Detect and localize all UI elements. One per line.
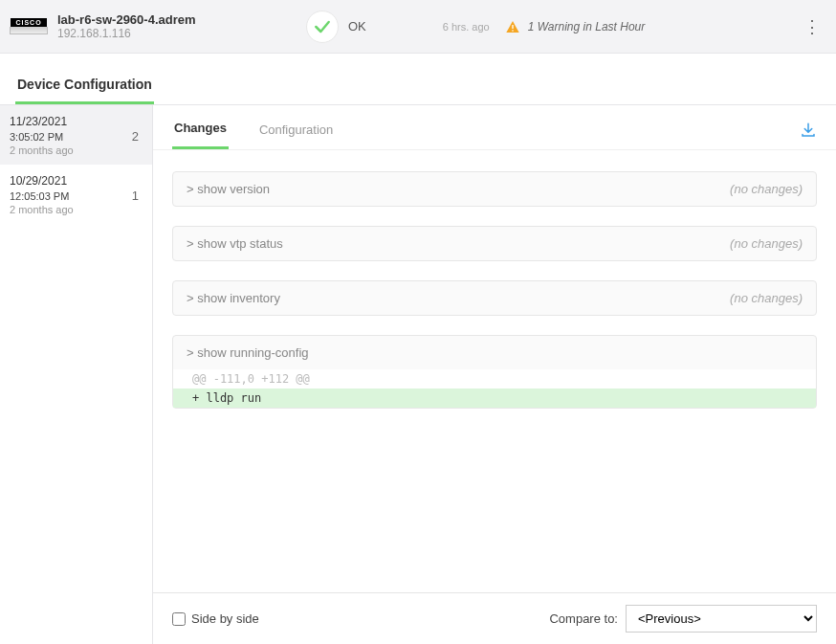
svg-rect-1 — [512, 30, 513, 31]
section-tabs: Device Configuration — [0, 54, 836, 105]
command-block[interactable]: > show inventory(no changes) — [172, 280, 817, 316]
revision-sidebar: 11/23/20213:05:02 PM2 months ago210/29/2… — [0, 105, 153, 644]
revision-change-count: 1 — [132, 189, 143, 203]
status-ok-icon — [306, 11, 339, 43]
main-panel: Changes Configuration > show version(no … — [153, 105, 836, 644]
revision-ago: 2 months ago — [10, 144, 74, 157]
compare-toolbar: Side by side Compare to: <Previous> — [153, 592, 836, 644]
compare-to-select[interactable]: <Previous> — [626, 605, 817, 633]
device-header: CISCO lab-r6-sw-2960-4.adrem 192.168.1.1… — [0, 0, 836, 54]
status-time: 6 hrs. ago — [443, 21, 490, 33]
device-info: lab-r6-sw-2960-4.adrem 192.168.1.116 — [57, 12, 249, 40]
warning-icon — [505, 19, 520, 34]
side-by-side-label: Side by side — [191, 611, 259, 626]
device-ip: 192.168.1.116 — [57, 27, 249, 40]
revision-time: 12:05:03 PM — [10, 189, 74, 203]
command-block[interactable]: > show running-config@@ -111,0 +112 @@+ … — [172, 335, 817, 409]
device-name: lab-r6-sw-2960-4.adrem — [57, 12, 249, 27]
download-icon[interactable] — [800, 122, 817, 148]
status-segment: OK — [306, 11, 366, 43]
side-by-side-checkbox[interactable] — [172, 612, 186, 626]
command-status: (no changes) — [730, 291, 803, 305]
revision-change-count: 2 — [132, 129, 143, 144]
svg-rect-0 — [512, 25, 513, 29]
status-text: OK — [348, 19, 366, 33]
content-tabs: Changes Configuration — [153, 105, 836, 150]
revision-time: 3:05:02 PM — [10, 130, 74, 144]
command-prompt: > show running-config — [187, 345, 309, 360]
device-icon: CISCO — [10, 13, 48, 40]
compare-to-label: Compare to: — [549, 611, 618, 626]
command-prompt: > show vtp status — [187, 236, 283, 251]
diff-content: > show version(no changes)> show vtp sta… — [153, 150, 836, 592]
warning-segment[interactable]: 1 Warning in Last Hour — [505, 19, 646, 34]
revision-item[interactable]: 10/29/202112:05:03 PM2 months ago1 — [0, 165, 152, 224]
command-prompt: > show version — [187, 182, 270, 196]
side-by-side-toggle[interactable]: Side by side — [172, 611, 259, 626]
tab-configuration[interactable]: Configuration — [257, 122, 335, 148]
revision-item[interactable]: 11/23/20213:05:02 PM2 months ago2 — [0, 105, 152, 165]
command-status: (no changes) — [730, 236, 803, 251]
diff-body: @@ -111,0 +112 @@+ lldp run — [173, 369, 816, 408]
warning-text: 1 Warning in Last Hour — [528, 20, 646, 33]
revision-ago: 2 months ago — [10, 203, 74, 216]
revision-date: 10/29/2021 — [10, 174, 74, 189]
command-status: (no changes) — [730, 182, 803, 196]
diff-hunk-header: @@ -111,0 +112 @@ — [173, 369, 816, 389]
command-prompt: > show inventory — [187, 291, 280, 305]
kebab-menu-icon[interactable]: ⋮ — [798, 16, 826, 37]
diff-added-line: + lldp run — [173, 389, 816, 408]
tab-changes[interactable]: Changes — [172, 121, 229, 149]
tab-device-configuration[interactable]: Device Configuration — [15, 77, 154, 104]
revision-date: 11/23/2021 — [10, 115, 74, 130]
command-block[interactable]: > show vtp status(no changes) — [172, 226, 817, 261]
command-block[interactable]: > show version(no changes) — [172, 171, 817, 207]
